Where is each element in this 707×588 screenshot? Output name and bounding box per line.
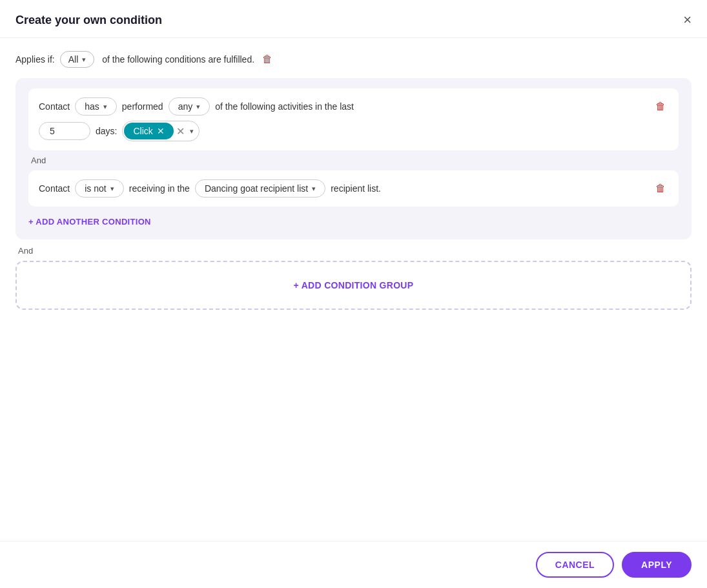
dialog-header: Create your own condition × xyxy=(0,0,707,38)
delete-applies-if-button[interactable]: 🗑 xyxy=(260,51,275,68)
close-button[interactable]: × xyxy=(683,13,692,27)
delete-condition-2-button[interactable]: 🗑 xyxy=(653,180,668,197)
chevron-down-icon: ▾ xyxy=(103,103,107,111)
chevron-down-icon: ▾ xyxy=(110,185,114,193)
days-label: days: xyxy=(96,126,117,136)
delete-condition-1-button[interactable]: 🗑 xyxy=(653,98,668,115)
performed-label: performed xyxy=(122,101,163,112)
recipient-list-suffix: recipient list. xyxy=(331,183,381,194)
add-condition-group-button[interactable]: + ADD CONDITION GROUP xyxy=(294,280,414,290)
applies-if-prefix: Applies if: xyxy=(15,54,55,65)
days-input[interactable] xyxy=(39,122,90,140)
contact-label-1: Contact xyxy=(39,101,70,112)
trash-icon: 🗑 xyxy=(655,101,666,112)
chevron-down-icon: ▾ xyxy=(82,56,86,64)
dialog-title: Create your own condition xyxy=(15,14,162,27)
trash-icon: 🗑 xyxy=(262,54,272,65)
is-not-select[interactable]: is not ▾ xyxy=(75,179,123,198)
condition-1-row2: days: Click ✕ ✕ ▾ xyxy=(39,121,668,141)
activity-tag: Click ✕ xyxy=(124,123,173,139)
applies-if-suffix: of the following conditions are fulfille… xyxy=(102,54,254,65)
chevron-down-icon: ▾ xyxy=(312,185,316,193)
condition-row-2: Contact is not ▾ receiving in the Dancin… xyxy=(28,170,679,207)
chevron-down-icon: ▾ xyxy=(187,127,196,136)
add-condition-button[interactable]: + ADD ANOTHER CONDITION xyxy=(28,214,151,229)
suffix-label-1: of the following activities in the last xyxy=(215,101,354,112)
has-select[interactable]: has ▾ xyxy=(75,97,117,116)
condition-group: Contact has ▾ performed any ▾ of the fol… xyxy=(15,78,692,239)
activity-tag-wrapper: Click ✕ ✕ ▾ xyxy=(122,121,199,141)
dialog-footer: CANCEL APPLY xyxy=(0,541,707,588)
trash-icon: 🗑 xyxy=(655,183,666,194)
contact-label-2: Contact xyxy=(39,183,70,194)
create-condition-dialog: Create your own condition × Applies if: … xyxy=(0,0,707,588)
dialog-body: Applies if: All ▾ of the following condi… xyxy=(0,38,707,541)
recipient-list-select[interactable]: Dancing goat recipient list ▾ xyxy=(195,179,325,198)
condition-row-1: Contact has ▾ performed any ▾ of the fol… xyxy=(28,88,679,150)
clear-activity-button[interactable]: ✕ xyxy=(174,125,187,137)
add-condition-group-area: + ADD CONDITION GROUP xyxy=(15,261,692,310)
and-label-inner: And xyxy=(28,156,679,165)
cancel-button[interactable]: CANCEL xyxy=(536,552,614,578)
applies-if-all-select[interactable]: All ▾ xyxy=(60,51,95,68)
chevron-down-icon: ▾ xyxy=(196,103,200,111)
any-select[interactable]: any ▾ xyxy=(169,97,210,116)
outer-and-label: And xyxy=(18,246,692,256)
applies-if-row: Applies if: All ▾ of the following condi… xyxy=(15,51,692,68)
remove-activity-tag-button[interactable]: ✕ xyxy=(157,126,165,136)
apply-button[interactable]: APPLY xyxy=(622,552,692,578)
receiving-label: receiving in the xyxy=(129,183,190,194)
